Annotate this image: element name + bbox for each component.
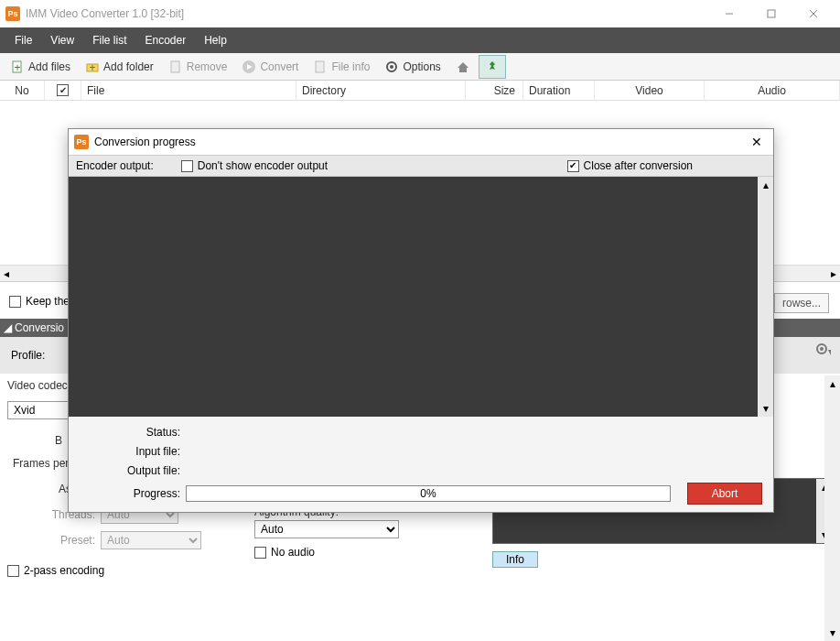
- dialog-status-area: Status: Input file: Output file: Progres…: [69, 417, 773, 512]
- svg-rect-8: [171, 61, 179, 72]
- svg-point-13: [390, 65, 393, 69]
- col-directory[interactable]: Directory: [296, 81, 466, 100]
- no-audio-checkbox[interactable]: [254, 547, 266, 559]
- info-button[interactable]: Info: [492, 551, 538, 568]
- remove-icon: [168, 60, 183, 74]
- add-folder-button[interactable]: +Add folder: [79, 55, 160, 79]
- progress-label: Progress:: [80, 487, 186, 500]
- dont-show-label: Don't show encoder output: [198, 159, 328, 172]
- svg-marker-15: [490, 61, 495, 70]
- dont-show-checkbox[interactable]: [181, 160, 193, 172]
- menu-bar: File View File list Encoder Help: [0, 27, 840, 53]
- no-audio-label: No audio: [271, 546, 315, 559]
- add-file-icon: +: [10, 60, 25, 74]
- dialog-title: Conversion progress: [94, 136, 196, 148]
- convert-button[interactable]: Convert: [235, 55, 305, 79]
- gear-icon: [384, 60, 399, 74]
- dialog-title-bar: Ps Conversion progress ✕: [69, 129, 773, 155]
- algo-select[interactable]: Auto: [254, 520, 399, 538]
- file-info-button[interactable]: File info: [307, 55, 376, 79]
- svg-rect-11: [316, 61, 324, 72]
- maximize-button[interactable]: [750, 0, 792, 27]
- remove-button[interactable]: Remove: [162, 55, 234, 79]
- minimize-button[interactable]: [708, 0, 750, 27]
- col-audio[interactable]: Audio: [705, 81, 840, 100]
- app-icon: Ps: [5, 6, 20, 21]
- dialog-options-bar: Encoder output: Don't show encoder outpu…: [69, 155, 773, 177]
- pin-button[interactable]: [479, 55, 506, 79]
- svg-point-17: [820, 347, 824, 351]
- pin-icon: [485, 60, 500, 74]
- menu-file[interactable]: File: [5, 27, 41, 53]
- encoder-output-area[interactable]: ▴▾: [69, 177, 773, 417]
- col-check[interactable]: ✔: [45, 81, 81, 100]
- settings-gear-icon[interactable]: ▾: [814, 342, 831, 358]
- encoder-output-label: Encoder output:: [76, 159, 154, 172]
- svg-marker-14: [458, 62, 468, 72]
- dialog-close-button[interactable]: ✕: [746, 135, 768, 149]
- two-pass-label: 2-pass encoding: [24, 564, 104, 577]
- close-after-checkbox[interactable]: ✔: [567, 160, 579, 172]
- file-info-icon: [313, 60, 328, 74]
- abort-button[interactable]: Abort: [687, 483, 762, 505]
- menu-encoder[interactable]: Encoder: [135, 27, 195, 53]
- header-checkbox[interactable]: ✔: [57, 84, 69, 96]
- scroll-left-icon[interactable]: ◂: [4, 267, 9, 280]
- output-scrollbar[interactable]: ▴▾: [758, 177, 773, 417]
- title-bar: Ps IMM Video Converter 1.0 [32-bit]: [0, 0, 840, 27]
- two-pass-checkbox[interactable]: [7, 565, 19, 577]
- toolbar: +Add files +Add folder Remove Convert Fi…: [0, 53, 840, 81]
- progress-value: 0%: [420, 487, 436, 500]
- window-title: IMM Video Converter 1.0 [32-bit]: [26, 7, 708, 20]
- convert-icon: [242, 60, 256, 74]
- collapse-icon: ◢: [4, 321, 12, 334]
- bitrate-label-stub: B: [7, 434, 62, 447]
- close-button[interactable]: [792, 0, 835, 27]
- preset-label: Preset:: [7, 534, 95, 547]
- dialog-icon: Ps: [74, 135, 89, 149]
- keep-checkbox[interactable]: [9, 296, 21, 308]
- home-button[interactable]: [449, 55, 477, 79]
- scroll-right-icon[interactable]: ▸: [831, 267, 836, 280]
- col-video[interactable]: Video: [595, 81, 705, 100]
- col-no[interactable]: No: [0, 81, 45, 100]
- vertical-scrollbar[interactable]: ▴▾: [824, 375, 840, 641]
- menu-help[interactable]: Help: [195, 27, 236, 53]
- col-file[interactable]: File: [81, 81, 296, 100]
- menu-filelist[interactable]: File list: [83, 27, 135, 53]
- svg-text:+: +: [14, 61, 20, 74]
- menu-view[interactable]: View: [41, 27, 83, 53]
- add-folder-icon: +: [85, 60, 100, 74]
- col-size[interactable]: Size: [466, 81, 523, 100]
- close-after-label: Close after conversion: [584, 159, 693, 172]
- profile-label: Profile:: [11, 349, 45, 362]
- output-file-label: Output file:: [80, 464, 186, 477]
- keep-label: Keep the: [26, 295, 70, 308]
- svg-text:+: +: [90, 61, 96, 74]
- progress-bar: 0%: [186, 485, 671, 502]
- svg-text:▾: ▾: [828, 345, 831, 358]
- add-files-button[interactable]: +Add files: [4, 55, 77, 79]
- browse-button[interactable]: rowse...: [774, 293, 829, 313]
- conversion-progress-dialog: Ps Conversion progress ✕ Encoder output:…: [68, 128, 774, 513]
- svg-rect-1: [768, 10, 775, 17]
- col-duration[interactable]: Duration: [523, 81, 595, 100]
- status-label: Status:: [80, 426, 186, 439]
- input-file-label: Input file:: [80, 445, 186, 458]
- preset-select: Auto: [101, 531, 201, 549]
- table-header: No ✔ File Directory Size Duration Video …: [0, 81, 840, 101]
- options-button[interactable]: Options: [378, 55, 447, 79]
- home-icon: [456, 60, 470, 74]
